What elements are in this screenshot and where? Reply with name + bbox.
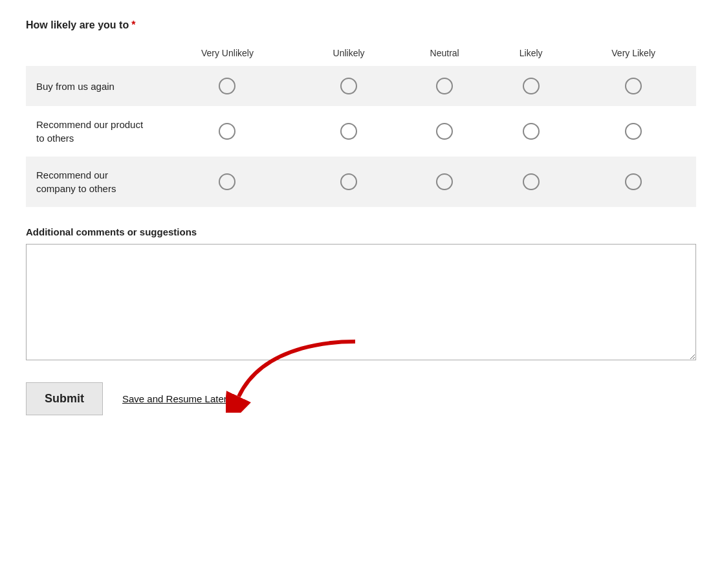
- row3-label: Recommend our company to others: [26, 157, 155, 207]
- row1-very-unlikely-radio[interactable]: [219, 78, 235, 94]
- row3-very-unlikely-radio[interactable]: [219, 173, 235, 190]
- row3-unlikely-radio[interactable]: [340, 173, 357, 190]
- required-star: *: [131, 19, 135, 31]
- row2-neutral-radio[interactable]: [436, 123, 453, 140]
- submit-button[interactable]: Submit: [26, 382, 103, 415]
- row1-very-likely-radio[interactable]: [625, 78, 642, 94]
- question-header: How likely are you to *: [26, 19, 696, 31]
- question-text: How likely are you to: [26, 19, 129, 31]
- row2-likely-radio[interactable]: [523, 123, 540, 140]
- row3-col5-cell: [571, 157, 696, 207]
- col-very-unlikely: Very Unlikely: [155, 43, 300, 66]
- row3-col4-cell: [491, 157, 571, 207]
- row2-unlikely-radio[interactable]: [340, 123, 357, 140]
- save-resume-container: Save and Resume Later: [122, 393, 227, 404]
- row2-col3-cell: [398, 106, 491, 157]
- save-resume-button[interactable]: Save and Resume Later: [122, 393, 227, 404]
- row1-unlikely-radio[interactable]: [340, 78, 357, 94]
- row3-col1-cell: [155, 157, 300, 207]
- action-row: Submit Save and Resume Later: [26, 382, 696, 415]
- row1-label: Buy from us again: [26, 66, 155, 106]
- row3-col2-cell: [300, 157, 398, 207]
- row2-label: Recommend our product to others: [26, 106, 155, 157]
- row1-col2-cell: [300, 66, 398, 106]
- comments-label: Additional comments or suggestions: [26, 226, 696, 237]
- row2-col1-cell: [155, 106, 300, 157]
- col-very-likely: Very Likely: [571, 43, 696, 66]
- likelihood-matrix: Very Unlikely Unlikely Neutral Likely Ve…: [26, 43, 696, 207]
- col-likely: Likely: [491, 43, 571, 66]
- row2-very-unlikely-radio[interactable]: [219, 123, 235, 140]
- col-label-row: [26, 43, 155, 66]
- row1-likely-radio[interactable]: [523, 78, 540, 94]
- row1-col3-cell: [398, 66, 491, 106]
- row2-col4-cell: [491, 106, 571, 157]
- row1-col4-cell: [491, 66, 571, 106]
- red-arrow-icon: [226, 335, 368, 413]
- row3-very-likely-radio[interactable]: [625, 173, 642, 190]
- row1-neutral-radio[interactable]: [436, 78, 453, 94]
- table-row: Buy from us again: [26, 66, 696, 106]
- col-neutral: Neutral: [398, 43, 491, 66]
- row3-likely-radio[interactable]: [523, 173, 540, 190]
- row1-col1-cell: [155, 66, 300, 106]
- col-unlikely: Unlikely: [300, 43, 398, 66]
- row1-col5-cell: [571, 66, 696, 106]
- row2-col5-cell: [571, 106, 696, 157]
- row2-col2-cell: [300, 106, 398, 157]
- table-row: Recommend our company to others: [26, 157, 696, 207]
- row2-very-likely-radio[interactable]: [625, 123, 642, 140]
- row3-neutral-radio[interactable]: [436, 173, 453, 190]
- table-row: Recommend our product to others: [26, 106, 696, 157]
- row3-col3-cell: [398, 157, 491, 207]
